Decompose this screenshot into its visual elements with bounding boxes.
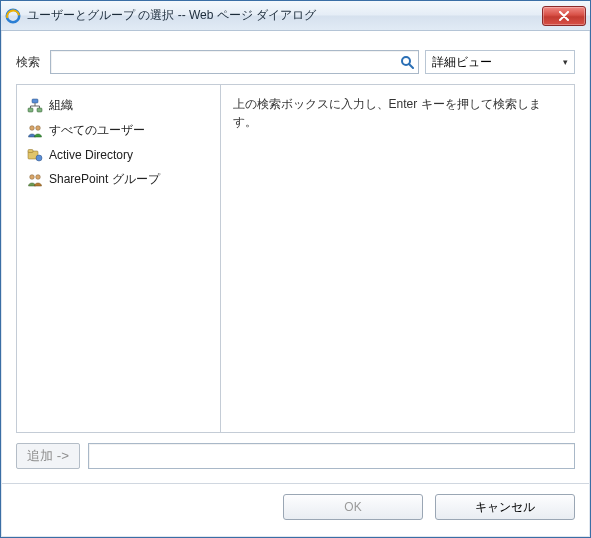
- ie-icon: [5, 8, 21, 24]
- tree-item-label: すべてのユーザー: [49, 122, 145, 139]
- svg-point-6: [30, 125, 35, 130]
- svg-rect-3: [32, 99, 38, 103]
- dialog-window: ユーザーとグループ の選択 -- Web ページ ダイアログ 検索 詳細: [0, 0, 591, 538]
- selected-users-box: [88, 443, 575, 469]
- close-icon: [558, 11, 570, 21]
- search-input[interactable]: [51, 51, 418, 73]
- view-select-label: 詳細ビュー: [432, 54, 492, 71]
- titlebar: ユーザーとグループ の選択 -- Web ページ ダイアログ: [1, 1, 590, 31]
- svg-point-10: [36, 155, 42, 161]
- tree-item-active-directory[interactable]: Active Directory: [23, 143, 214, 167]
- search-button[interactable]: [398, 53, 416, 71]
- tree-item-label: SharePoint グループ: [49, 171, 160, 188]
- svg-point-12: [36, 174, 41, 179]
- window-title: ユーザーとグループ の選択 -- Web ページ ダイアログ: [27, 7, 542, 24]
- search-label: 検索: [16, 54, 44, 71]
- users-icon: [27, 123, 43, 139]
- svg-point-11: [30, 174, 35, 179]
- tree-item-all-users[interactable]: すべてのユーザー: [23, 118, 214, 143]
- svg-rect-9: [28, 150, 33, 153]
- svg-rect-4: [28, 108, 33, 112]
- search-icon: [400, 55, 414, 69]
- dialog-content: 検索 詳細ビュー ▾: [2, 31, 589, 536]
- sharepoint-group-icon: [27, 172, 43, 188]
- tree-panel: 組織 すべてのユーザー: [17, 85, 221, 432]
- view-select[interactable]: 詳細ビュー ▾: [425, 50, 575, 74]
- tree-item-label: 組織: [49, 97, 73, 114]
- tree-item-label: Active Directory: [49, 148, 133, 162]
- chevron-down-icon: ▾: [563, 57, 568, 67]
- close-button[interactable]: [542, 6, 586, 26]
- add-button: 追加 ->: [16, 443, 80, 469]
- results-panel: 上の検索ボックスに入力し、Enter キーを押して検索します。: [221, 85, 574, 432]
- ok-button: OK: [283, 494, 423, 520]
- selected-users-input[interactable]: [89, 444, 574, 468]
- active-directory-icon: [27, 147, 43, 163]
- results-hint: 上の検索ボックスに入力し、Enter キーを押して検索します。: [233, 95, 562, 131]
- svg-rect-5: [37, 108, 42, 112]
- tree-item-organization[interactable]: 組織: [23, 93, 214, 118]
- footer-separator: [2, 483, 589, 484]
- search-row: 検索 詳細ビュー ▾: [16, 50, 575, 74]
- main-panels: 組織 すべてのユーザー: [16, 84, 575, 433]
- footer: OK キャンセル: [16, 494, 575, 522]
- add-row: 追加 ->: [16, 443, 575, 469]
- org-icon: [27, 98, 43, 114]
- svg-point-7: [36, 125, 41, 130]
- cancel-button[interactable]: キャンセル: [435, 494, 575, 520]
- svg-line-2: [409, 64, 413, 68]
- tree-item-sharepoint-groups[interactable]: SharePoint グループ: [23, 167, 214, 192]
- search-box: [50, 50, 419, 74]
